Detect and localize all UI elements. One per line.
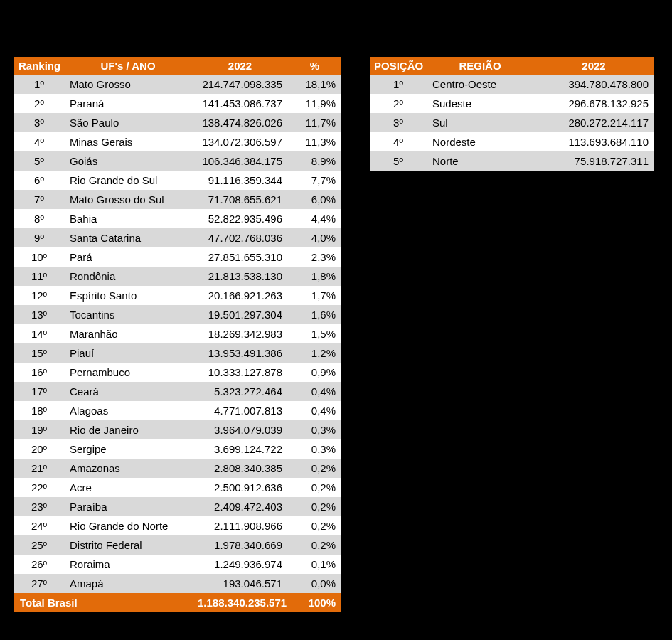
value-cell: 3.964.079.039	[192, 420, 288, 439]
table-row: 1ºMato Grosso214.747.098.33518,1%	[14, 75, 341, 94]
pct-cell: 0,1%	[288, 555, 341, 574]
name-cell: Minas Gerais	[64, 132, 192, 151]
value-cell: 2.409.472.403	[192, 497, 288, 516]
value-cell: 134.072.306.597	[192, 132, 288, 151]
rank-cell: 24º	[14, 516, 64, 535]
table-row: 26ºRoraima1.249.936.9740,1%	[14, 555, 341, 574]
rank-cell: 6º	[14, 171, 64, 190]
rank-cell: 18º	[14, 401, 64, 420]
rank-cell: 4º	[14, 132, 64, 151]
table-row: 16ºPernambuco10.333.127.8780,9%	[14, 363, 341, 382]
name-cell: Paraíba	[64, 497, 192, 516]
table-row: 21ºAmazonas2.808.340.3850,2%	[14, 459, 341, 478]
rank-cell: 1º	[14, 75, 64, 94]
rank-cell: 5º	[14, 151, 64, 171]
table-row: 3ºSul280.272.214.117	[370, 113, 654, 132]
total-row: Total Brasil1.188.340.235.571100%	[14, 593, 341, 612]
name-cell: Rondônia	[64, 267, 192, 286]
rank-cell: 19º	[14, 420, 64, 439]
col-uf-ano: UF's / ANO	[64, 57, 192, 75]
rank-cell: 20º	[14, 439, 64, 459]
rank-cell: 13º	[14, 305, 64, 324]
region-ranking-table-container: POSIÇÃO REGIÃO 2022 1ºCentro-Oeste394.78…	[370, 57, 654, 612]
col-2022: 2022	[533, 57, 654, 75]
name-cell: Sergipe	[64, 439, 192, 459]
rank-cell: 3º	[370, 113, 427, 132]
col-regiao: REGIÃO	[427, 57, 533, 75]
pct-cell: 0,0%	[288, 574, 341, 593]
value-cell: 394.780.478.800	[533, 75, 654, 94]
rank-cell: 15º	[14, 343, 64, 363]
pct-cell: 2,3%	[288, 247, 341, 267]
value-cell: 19.501.297.304	[192, 305, 288, 324]
rank-cell: 3º	[14, 113, 64, 132]
name-cell: Nordeste	[427, 132, 533, 151]
rank-cell: 7º	[14, 190, 64, 209]
rank-cell: 5º	[370, 151, 427, 171]
value-cell: 193.046.571	[192, 574, 288, 593]
pct-cell: 4,0%	[288, 228, 341, 247]
name-cell: Tocantins	[64, 305, 192, 324]
name-cell: Bahia	[64, 209, 192, 228]
table-row: 4ºMinas Gerais134.072.306.59711,3%	[14, 132, 341, 151]
name-cell: Maranhão	[64, 324, 192, 343]
name-cell: Rio de Janeiro	[64, 420, 192, 439]
rank-cell: 12º	[14, 286, 64, 305]
uf-ranking-table: Ranking UF's / ANO 2022 % 1ºMato Grosso2…	[14, 57, 341, 612]
table-row: 2ºSudeste296.678.132.925	[370, 94, 654, 113]
rank-cell: 1º	[370, 75, 427, 94]
pct-cell: 0,2%	[288, 459, 341, 478]
name-cell: Ceará	[64, 382, 192, 401]
col-pct: %	[288, 57, 341, 75]
value-cell: 1.978.340.669	[192, 535, 288, 555]
name-cell: Sudeste	[427, 94, 533, 113]
region-ranking-table: POSIÇÃO REGIÃO 2022 1ºCentro-Oeste394.78…	[370, 57, 654, 171]
name-cell: Centro-Oeste	[427, 75, 533, 94]
name-cell: Acre	[64, 478, 192, 497]
pct-cell: 0,4%	[288, 382, 341, 401]
pct-cell: 8,9%	[288, 151, 341, 171]
total-label: Total Brasil	[14, 593, 192, 612]
value-cell: 2.808.340.385	[192, 459, 288, 478]
value-cell: 106.346.384.175	[192, 151, 288, 171]
region-table-header-row: POSIÇÃO REGIÃO 2022	[370, 57, 654, 75]
value-cell: 10.333.127.878	[192, 363, 288, 382]
table-row: 10ºPará27.851.655.3102,3%	[14, 247, 341, 267]
value-cell: 47.702.768.036	[192, 228, 288, 247]
value-cell: 13.953.491.386	[192, 343, 288, 363]
rank-cell: 26º	[14, 555, 64, 574]
pct-cell: 7,7%	[288, 171, 341, 190]
value-cell: 1.249.936.974	[192, 555, 288, 574]
name-cell: Goiás	[64, 151, 192, 171]
value-cell: 71.708.655.621	[192, 190, 288, 209]
rank-cell: 17º	[14, 382, 64, 401]
table-row: 14ºMaranhão18.269.342.9831,5%	[14, 324, 341, 343]
name-cell: Sul	[427, 113, 533, 132]
rank-cell: 4º	[370, 132, 427, 151]
rank-cell: 2º	[14, 94, 64, 113]
table-row: 18ºAlagoas4.771.007.8130,4%	[14, 401, 341, 420]
uf-table-header-row: Ranking UF's / ANO 2022 %	[14, 57, 341, 75]
rank-cell: 2º	[370, 94, 427, 113]
value-cell: 21.813.538.130	[192, 267, 288, 286]
table-row: 11ºRondônia21.813.538.1301,8%	[14, 267, 341, 286]
pct-cell: 0,2%	[288, 535, 341, 555]
value-cell: 2.111.908.966	[192, 516, 288, 535]
name-cell: São Paulo	[64, 113, 192, 132]
pct-cell: 11,7%	[288, 113, 341, 132]
name-cell: Pernambuco	[64, 363, 192, 382]
col-2022: 2022	[192, 57, 288, 75]
table-row: 8ºBahia52.822.935.4964,4%	[14, 209, 341, 228]
pct-cell: 4,4%	[288, 209, 341, 228]
value-cell: 141.453.086.737	[192, 94, 288, 113]
name-cell: Mato Grosso	[64, 75, 192, 94]
table-row: 2ºParaná141.453.086.73711,9%	[14, 94, 341, 113]
pct-cell: 0,4%	[288, 401, 341, 420]
name-cell: Alagoas	[64, 401, 192, 420]
value-cell: 20.166.921.263	[192, 286, 288, 305]
name-cell: Pará	[64, 247, 192, 267]
name-cell: Santa Catarina	[64, 228, 192, 247]
rank-cell: 9º	[14, 228, 64, 247]
table-row: 5ºNorte75.918.727.311	[370, 151, 654, 171]
name-cell: Amazonas	[64, 459, 192, 478]
